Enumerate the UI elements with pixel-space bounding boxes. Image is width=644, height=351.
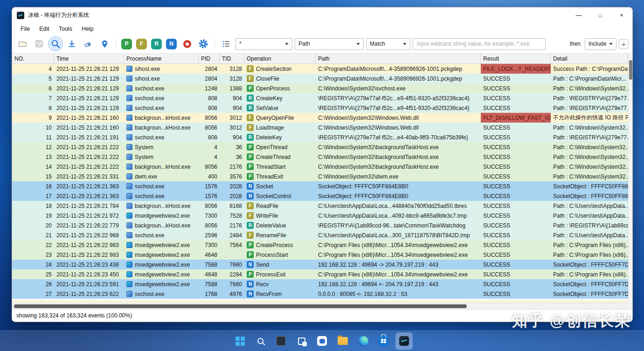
table-row[interactable]: 22 2021-11-25 21:26:22 983 msedgewebview… (12, 240, 628, 250)
column-header-operation[interactable]: Operation (244, 54, 316, 63)
column-header-no[interactable]: NO. (12, 54, 54, 63)
taskbar-store-button[interactable] (375, 332, 392, 350)
operation-name: QueryOpenFile (256, 115, 294, 121)
table-row[interactable]: 17 2021-11-25 21:26:21 363 svchost.exe 1… (12, 191, 628, 201)
locate-button[interactable] (97, 37, 111, 51)
export-button[interactable] (65, 37, 79, 51)
vertical-scrollbar[interactable] (628, 54, 632, 303)
table-row[interactable]: 6 2021-11-25 21:26:21 129 svchost.exe 12… (12, 83, 628, 93)
save-button[interactable] (32, 37, 46, 51)
column-header-time[interactable]: Time (54, 54, 124, 63)
row-tid: 7660 (220, 279, 244, 289)
row-path: C:\ProgramData\Microsoft\...4-3589096926… (316, 74, 481, 83)
taskbar-bingjing-app-button[interactable] (395, 332, 413, 350)
column-header-pid[interactable]: PID (199, 54, 220, 63)
row-detail: Path : C:\Users\test\AppData... (551, 201, 628, 211)
menu-file[interactable]: File (16, 24, 35, 34)
column-header-processname[interactable]: ProcessName (124, 54, 199, 63)
table-row[interactable]: 21 2021-11-25 21:26:22 968 svchost.exe 2… (12, 230, 628, 240)
search-button[interactable] (48, 37, 62, 51)
horizontal-scrollbar-thumb[interactable] (14, 304, 467, 308)
filter-relation-select[interactable]: Match (366, 38, 410, 50)
vertical-scrollbar-thumb[interactable] (629, 60, 632, 80)
menu-edit[interactable]: Edit (35, 24, 54, 34)
taskbar-terminal-button[interactable] (272, 332, 290, 350)
table-row[interactable]: 23 2021-11-25 21:26:22 983 msedgewebview… (12, 250, 628, 260)
column-header-tid[interactable]: TID (220, 54, 244, 63)
taskbar-edge-button[interactable] (354, 332, 372, 350)
filter-value-input[interactable] (413, 38, 546, 50)
taskbar-chat-button[interactable] (313, 332, 331, 350)
settings-button[interactable] (196, 37, 210, 51)
record-button[interactable] (180, 37, 194, 51)
view-filter-select[interactable]: * (235, 38, 292, 50)
table-row[interactable]: 7 2021-11-25 21:26:21 129 svchost.exe 80… (12, 93, 628, 103)
table-row[interactable]: 13 2021-11-25 21:26:21 222 System 4 36 P… (12, 152, 628, 162)
row-tid: 3128 (220, 74, 244, 83)
maximize-button[interactable]: □ (589, 7, 611, 23)
table-row[interactable]: 25 2021-11-25 21:26:23 450 msedgewebview… (12, 269, 628, 279)
close-button[interactable]: × (611, 7, 632, 23)
table-row[interactable]: 8 2021-11-25 21:26:21 129 svchost.exe 80… (12, 103, 628, 113)
filter-column-select[interactable]: Path (295, 38, 364, 50)
process-icon (126, 271, 132, 277)
table-row[interactable]: 4 2021-11-25 21:26:21 129 sihost.exe 280… (12, 64, 628, 74)
column-header-detail[interactable]: Detail (551, 54, 628, 63)
result-cell: SUCCESS (481, 83, 551, 93)
menu-tools[interactable]: Tools (54, 24, 77, 34)
row-process: msedgewebview2.exe (124, 240, 199, 250)
filter-file-button[interactable]: F (136, 39, 147, 49)
filter-action-select[interactable]: Include (585, 38, 616, 50)
start-button[interactable] (231, 332, 249, 350)
add-filter-button[interactable]: + (619, 39, 629, 49)
operation-type-icon: N (247, 290, 254, 297)
taskbar-search-button[interactable] (252, 332, 269, 350)
minimize-button[interactable]: — (568, 7, 589, 23)
row-detail: Path : C:\ProgramData\Micr... (551, 74, 628, 83)
table-row[interactable]: 19 2021-11-25 21:26:21 972 msedgewebview… (12, 211, 628, 220)
table-row[interactable]: 5 2021-11-25 21:26:21 129 sihost.exe 280… (12, 74, 628, 83)
table-row[interactable]: 24 2021-11-25 21:26:23 438 msedgewebview… (12, 260, 628, 269)
task-view-button[interactable] (293, 332, 310, 350)
menu-bar: File Edit Tools Help (12, 23, 632, 34)
row-tid: 2284 (220, 269, 244, 279)
taskbar-explorer-button[interactable] (334, 332, 351, 350)
result-cell: SUCCESS (481, 172, 551, 181)
table-row[interactable]: 14 2021-11-25 21:26:21 222 backgroun...k… (12, 162, 628, 172)
row-process: msedgewebview2.exe (124, 269, 199, 279)
gear-icon (198, 39, 208, 49)
table-row[interactable]: 15 2021-11-25 21:26:21 331 dwm.exe 400 3… (12, 172, 628, 181)
table-row[interactable]: 16 2021-11-25 21:26:21 363 svchost.exe 1… (12, 181, 628, 191)
column-header-path[interactable]: Path (316, 54, 481, 63)
table-row[interactable]: 9 2021-11-25 21:26:21 160 backgroun...kH… (12, 113, 628, 123)
chevron-down-icon (403, 43, 407, 45)
title-bar[interactable]: 冰镜 - 终端行为分析系统 — □ × (12, 7, 632, 23)
horizontal-scrollbar[interactable] (12, 303, 632, 309)
filter-registry-button[interactable]: R (151, 39, 162, 49)
process-icon (126, 164, 132, 170)
row-tid (220, 250, 244, 260)
row-pid: 4 (199, 152, 220, 162)
table-row[interactable]: 20 2021-11-25 21:26:22 779 backgroun...k… (12, 220, 628, 230)
row-pid: 8056 (199, 220, 220, 230)
row-pid: 8056 (199, 123, 220, 132)
open-button[interactable] (16, 37, 30, 51)
column-options-button[interactable] (219, 37, 233, 51)
column-header-result[interactable]: Result (481, 54, 551, 63)
filter-process-button[interactable]: P (121, 39, 132, 49)
process-icon (126, 124, 132, 131)
watermark: 知乎 @创信长荣 (512, 310, 631, 331)
table-row[interactable]: 27 2021-11-25 21:26:23 622 svchost.exe 1… (12, 289, 628, 299)
operation-type-icon: P (247, 251, 254, 258)
table-row[interactable]: 10 2021-11-25 21:26:21 160 backgroun...k… (12, 123, 628, 132)
row-path: 0.0.0.0 : 60085 <- 192.168.32.2 : 53 (316, 289, 481, 299)
row-operation: N SocketControl (244, 191, 316, 201)
operation-name: RenameFile (256, 232, 286, 239)
table-row[interactable]: 11 2021-11-25 21:26:21 191 svchost.exe 8… (12, 132, 628, 142)
menu-help[interactable]: Help (77, 24, 98, 34)
table-row[interactable]: 12 2021-11-25 21:26:21 222 System 4 36 P… (12, 142, 628, 152)
table-row[interactable]: 18 2021-11-25 21:26:21 784 backgroun...k… (12, 201, 628, 211)
clear-button[interactable] (81, 37, 95, 51)
filter-network-button[interactable]: N (166, 39, 177, 49)
table-row[interactable]: 26 2021-11-25 21:26:23 591 msedgewebview… (12, 279, 628, 289)
